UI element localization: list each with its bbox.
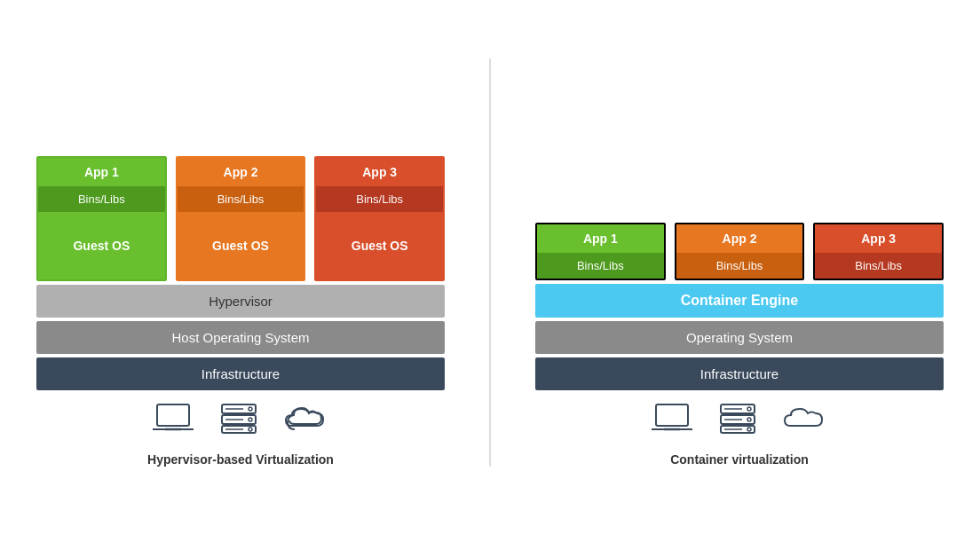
hypervisor-icons xyxy=(151,390,330,440)
bins2-label: Bins/Libs xyxy=(178,186,304,212)
diagram-separator xyxy=(489,59,491,467)
svg-point-8 xyxy=(249,428,252,431)
container-icons xyxy=(650,390,829,440)
c-bins1-label: Bins/Libs xyxy=(537,253,664,279)
hypervisor-layers: Hypervisor Host Operating System Infrast… xyxy=(36,285,445,390)
c-app2-label: App 2 xyxy=(676,224,803,253)
svg-point-18 xyxy=(747,407,751,411)
vm-box-3: App 3 Bins/Libs Guest OS xyxy=(314,156,445,281)
container-box-3: App 3 Bins/Libs xyxy=(813,223,944,280)
os-layer: Operating System xyxy=(535,321,944,354)
container-box-1: App 1 Bins/Libs xyxy=(535,223,666,280)
infra-layer-right: Infrastructure xyxy=(535,357,944,390)
container-engine-layer: Container Engine xyxy=(535,284,944,318)
vm-box-2: App 2 Bins/Libs Guest OS xyxy=(176,156,306,281)
container-cloud-icon xyxy=(781,401,829,436)
laptop-icon xyxy=(151,401,195,436)
c-bins2-label: Bins/Libs xyxy=(676,253,803,279)
vm-box-1: App 1 Bins/Libs Guest OS xyxy=(36,156,167,281)
app2-label: App 2 xyxy=(178,158,304,186)
svg-point-19 xyxy=(747,418,751,421)
svg-point-20 xyxy=(747,428,751,431)
host-os-layer: Host Operating System xyxy=(36,321,445,354)
main-container: App 1 Bins/Libs Guest OS App 2 Bins/Libs… xyxy=(1,41,979,493)
bins1-label: Bins/Libs xyxy=(38,186,165,212)
svg-point-7 xyxy=(249,418,252,421)
container-row: App 1 Bins/Libs App 2 Bins/Libs App 3 Bi… xyxy=(535,223,944,280)
c-bins3-label: Bins/Libs xyxy=(815,253,942,279)
server-icon xyxy=(217,401,261,436)
container-layers: Container Engine Operating System Infras… xyxy=(535,284,944,390)
app3-label: App 3 xyxy=(316,158,443,186)
app1-label: App 1 xyxy=(38,158,165,186)
infra-layer-left: Infrastructure xyxy=(36,357,445,390)
container-server-icon xyxy=(715,401,760,436)
svg-point-6 xyxy=(249,407,252,411)
guestos2-label: Guest OS xyxy=(178,212,304,279)
container-laptop-icon xyxy=(650,401,694,436)
c-app3-label: App 3 xyxy=(815,224,942,253)
hypervisor-diagram: App 1 Bins/Libs Guest OS App 2 Bins/Libs… xyxy=(36,156,445,467)
svg-rect-0 xyxy=(157,404,189,426)
container-diagram: App 1 Bins/Libs App 2 Bins/Libs App 3 Bi… xyxy=(535,223,944,467)
vm-row: App 1 Bins/Libs Guest OS App 2 Bins/Libs… xyxy=(36,156,445,281)
bins3-label: Bins/Libs xyxy=(316,186,443,212)
hypervisor-title: Hypervisor-based Virtualization xyxy=(147,452,334,467)
guestos1-label: Guest OS xyxy=(38,212,165,279)
hypervisor-layer: Hypervisor xyxy=(36,285,445,318)
container-title: Container virtualization xyxy=(670,452,809,467)
svg-rect-12 xyxy=(656,404,688,426)
c-app1-label: App 1 xyxy=(537,224,664,253)
cloud-icon xyxy=(282,401,330,436)
container-box-2: App 2 Bins/Libs xyxy=(675,223,805,280)
guestos3-label: Guest OS xyxy=(316,212,443,279)
